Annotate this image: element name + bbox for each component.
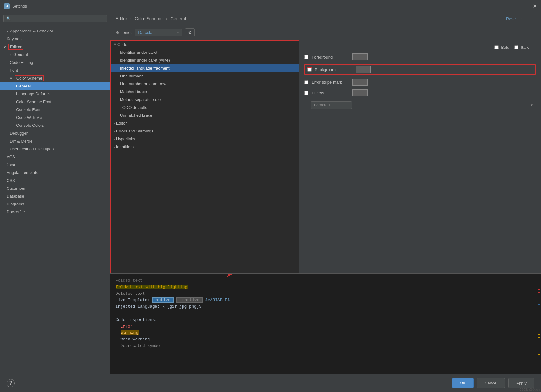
tree-item-code[interactable]: ∨ Code	[111, 41, 299, 48]
sidebar-item-general[interactable]: › General	[0, 51, 110, 59]
scroll-mark-1	[538, 289, 540, 290]
scheme-select[interactable]: Darcula	[135, 29, 182, 36]
cancel-button[interactable]: Cancel	[477, 378, 505, 388]
scroll-mark-3	[538, 304, 540, 305]
tree-item-unmatched[interactable]: Unmatched brace	[111, 111, 299, 119]
expand-icon: ›	[114, 121, 115, 125]
sidebar-item-user-defined[interactable]: User-Defined File Types	[0, 145, 110, 153]
effects-label: Effects	[312, 91, 349, 95]
sidebar: › Appearance & Behavior Keymap ∨ Editor …	[0, 12, 110, 374]
sidebar-item-code-with-me[interactable]: Code With Me	[0, 114, 110, 121]
sidebar-item-dockerfile[interactable]: Dockerfile	[0, 208, 110, 216]
sidebar-item-vcs[interactable]: VCS	[0, 153, 110, 161]
background-row: Background	[304, 64, 536, 75]
forward-button[interactable]: →	[529, 15, 536, 22]
deprecated-span: Deprecated symbol	[121, 344, 162, 348]
right-panel: Editor › Color Scheme › General Reset ← …	[110, 12, 541, 374]
watermark: CSDN @©tjun	[519, 388, 540, 391]
sidebar-item-appearance[interactable]: › Appearance & Behavior	[0, 27, 110, 35]
breadcrumb-actions: Reset ← →	[506, 15, 536, 22]
foreground-label: Foreground	[312, 55, 349, 59]
main-content: › Appearance & Behavior Keymap ∨ Editor …	[0, 12, 541, 374]
tree-item-matched-brace[interactable]: Matched brace	[111, 88, 299, 96]
apply-button[interactable]: Apply	[508, 378, 534, 388]
scroll-mark-4	[538, 334, 540, 335]
tree-item-hyperlinks[interactable]: › Hyperlinks	[111, 135, 299, 143]
bold-label: Bold	[501, 45, 509, 50]
bold-row: Bold	[494, 45, 509, 50]
close-button[interactable]: ✕	[533, 4, 537, 9]
sidebar-item-editor[interactable]: ∨ Editor	[0, 43, 110, 51]
app-icon: J	[4, 3, 10, 9]
sidebar-item-code-editing[interactable]: Code Editing	[0, 59, 110, 66]
sidebar-item-language-defaults[interactable]: Language Defaults	[0, 90, 110, 98]
foreground-checkbox[interactable]	[304, 55, 308, 59]
sidebar-item-font[interactable]: Font	[0, 66, 110, 74]
sidebar-item-console-font[interactable]: Console Font	[0, 106, 110, 114]
tree-item-todo[interactable]: TODO defaults	[111, 104, 299, 111]
expand-icon: ∨	[114, 42, 116, 47]
sidebar-item-diagrams[interactable]: Diagrams	[0, 200, 110, 208]
tree-panel: ∨ Code Identifier under caret Identifier…	[110, 40, 299, 273]
expand-icon: ›	[114, 129, 115, 133]
sidebar-item-console-colors[interactable]: Console Colors	[0, 121, 110, 129]
bold-checkbox[interactable]	[494, 45, 499, 49]
template-active-span: active	[152, 297, 174, 303]
breadcrumb-editor: Editor	[116, 16, 127, 21]
background-checkbox[interactable]	[307, 68, 312, 72]
effects-color-swatch[interactable]	[352, 89, 368, 96]
effects-select[interactable]: Bordered Underscored Bold underscored Un…	[311, 101, 352, 109]
help-button[interactable]: ?	[7, 379, 15, 387]
preview-error: Error	[116, 323, 536, 330]
breadcrumb-bar: Editor › Color Scheme › General Reset ← …	[110, 12, 541, 25]
preview-folded-highlight: Folded text with highlighting	[116, 284, 536, 291]
tree-item-editor[interactable]: › Editor	[111, 119, 299, 127]
reset-button[interactable]: Reset	[506, 16, 517, 21]
expand-icon: ›	[114, 145, 115, 149]
preview-deprecated: Deprecated symbol	[116, 343, 536, 350]
sidebar-item-database[interactable]: Database	[0, 192, 110, 200]
sidebar-item-diff-merge[interactable]: Diff & Merge	[0, 137, 110, 145]
sidebar-item-css[interactable]: CSS	[0, 176, 110, 184]
error-stripe-checkbox[interactable]	[304, 80, 308, 84]
preview-scrollbar[interactable]	[538, 274, 541, 374]
preview-template: Live Template: active inactive $VARIABLE…	[116, 297, 536, 304]
error-stripe-color-swatch[interactable]	[352, 79, 368, 86]
tree-item-identifiers[interactable]: › Identifiers	[111, 143, 299, 151]
options-panel: Bold Italic Foreground	[299, 40, 541, 273]
background-color-swatch[interactable]	[356, 66, 371, 73]
foreground-color-swatch[interactable]	[352, 53, 368, 60]
template-var-span: $VARIABLE$	[205, 298, 230, 302]
breadcrumb-color-scheme: Color Scheme	[135, 16, 163, 21]
tree-item-method-sep[interactable]: Method separator color	[111, 96, 299, 104]
effects-row: Effects	[304, 89, 536, 96]
tree-item-injected-lang[interactable]: Injected language fragment	[111, 64, 299, 72]
tree-item-identifier-caret-write[interactable]: Identifier under caret (write)	[111, 56, 299, 64]
error-stripe-row: Error stripe mark	[304, 79, 536, 86]
sidebar-item-angular[interactable]: Angular Template	[0, 169, 110, 176]
italic-checkbox[interactable]	[514, 45, 518, 49]
sidebar-item-keymap[interactable]: Keymap	[0, 35, 110, 43]
preview-weak: Weak warning	[116, 336, 536, 343]
scheme-gear-button[interactable]: ⚙	[185, 28, 195, 36]
sidebar-item-debugger[interactable]: Debugger	[0, 129, 110, 137]
sidebar-item-color-scheme[interactable]: ∨ Color Scheme	[0, 74, 110, 82]
sidebar-item-color-scheme-font[interactable]: Color Scheme Font	[0, 98, 110, 106]
ok-button[interactable]: OK	[452, 378, 474, 388]
breadcrumb-sep2: ›	[166, 16, 169, 21]
italic-row: Italic	[514, 45, 529, 50]
tree-item-errors[interactable]: › Errors and Warnings	[111, 127, 299, 135]
effects-checkbox[interactable]	[304, 91, 308, 95]
error-text-span: Error	[121, 324, 133, 329]
back-button[interactable]: ←	[519, 15, 526, 22]
tree-item-identifier-caret[interactable]: Identifier under caret	[111, 48, 299, 56]
tree-item-line-number-caret[interactable]: Line number on caret row	[111, 80, 299, 88]
sidebar-item-java[interactable]: Java	[0, 161, 110, 169]
search-input[interactable]	[3, 15, 107, 22]
expand-icon: ›	[114, 137, 115, 141]
preview-spacer	[116, 310, 536, 317]
tree-item-line-number[interactable]: Line number	[111, 72, 299, 80]
effects-select-wrapper: Bordered Underscored Bold underscored Un…	[311, 101, 536, 109]
sidebar-item-general-sub[interactable]: General	[0, 82, 110, 90]
sidebar-item-cucumber[interactable]: Cucumber	[0, 184, 110, 192]
